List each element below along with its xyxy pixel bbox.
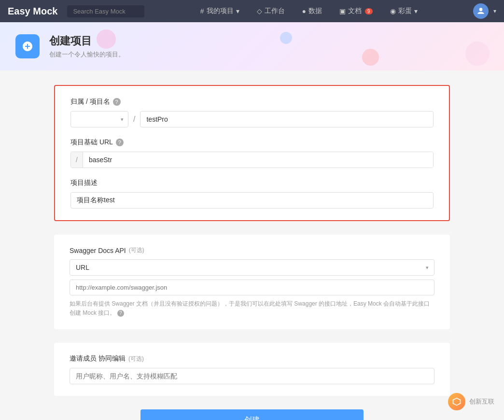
base-url-group: 项目基础 URL ? /	[70, 138, 434, 168]
nav-label: 数据	[308, 7, 322, 15]
navbar: Easy Mock # 我的项目 ▾ ◇ 工作台 ● 数据 ▣ 文档 9 ◉ 彩…	[0, 0, 504, 22]
sidebar-item-my-projects[interactable]: # 我的项目 ▾	[192, 0, 248, 22]
deco-circle-2	[280, 32, 292, 44]
page-subtitle: 创建一个令人愉快的项目。	[49, 50, 125, 59]
description-group: 项目描述	[70, 179, 434, 209]
sidebar-item-easter-egg[interactable]: ◉ 彩蛋 ▾	[381, 0, 426, 22]
deco-circle-4	[465, 42, 490, 66]
svg-point-0	[479, 8, 483, 11]
navbar-right: ▾	[473, 3, 496, 19]
avatar-dropdown-caret[interactable]: ▾	[493, 8, 496, 14]
base-url-input-wrapper: /	[70, 152, 434, 168]
egg-icon: ◉	[390, 7, 396, 15]
description-label: 项目描述	[70, 179, 434, 187]
path-divider: /	[133, 115, 135, 124]
description-input[interactable]	[70, 192, 434, 209]
watermark-text: 创新互联	[469, 397, 494, 406]
project-name-row: ▾ /	[70, 111, 434, 127]
avatar[interactable]	[473, 3, 489, 19]
swagger-type-select-wrapper: URL ▾	[70, 259, 434, 276]
diamond-icon: ◇	[257, 7, 262, 15]
invite-section: 邀请成员 协同编辑 (可选)	[54, 343, 450, 396]
chevron-down-icon: ▾	[414, 7, 418, 15]
help-icon-project[interactable]: ?	[113, 98, 121, 106]
sidebar-item-workbench[interactable]: ◇ 工作台	[248, 0, 294, 22]
deco-circle-3	[362, 49, 379, 66]
nav-label: 工作台	[265, 7, 285, 15]
docs-icon: ▣	[339, 7, 346, 15]
sidebar-item-docs[interactable]: ▣ 文档 9	[331, 0, 381, 22]
hash-icon: #	[200, 7, 204, 15]
swagger-help-icon[interactable]: ?	[117, 310, 124, 317]
project-name-label: 归属 / 项目名 ?	[70, 98, 434, 106]
page-title: 创建项目	[49, 34, 125, 48]
nav-menu: # 我的项目 ▾ ◇ 工作台 ● 数据 ▣ 文档 9 ◉ 彩蛋 ▾	[144, 0, 473, 22]
owner-select-wrapper: ▾	[70, 111, 128, 127]
page-header: 创建项目 创建一个令人愉快的项目。	[0, 22, 504, 70]
brand-logo[interactable]: Easy Mock	[8, 6, 57, 17]
circle-icon: ●	[302, 7, 306, 15]
swagger-help-text: 如果后台有提供 Swagger 文档（并且没有验证授权的问题），于是我们可以在此…	[70, 299, 434, 318]
swagger-type-select[interactable]: URL	[70, 259, 434, 276]
url-prefix-slash: /	[71, 152, 83, 168]
swagger-url-input[interactable]	[70, 280, 434, 295]
swagger-label: Swagger Docs API (可选)	[70, 246, 434, 254]
watermark: 创新互联	[448, 393, 494, 410]
swagger-section: Swagger Docs API (可选) URL ▾ 如果后台有提供 Swag…	[54, 235, 450, 329]
create-button[interactable]: 创建	[140, 409, 364, 420]
invite-input[interactable]	[70, 368, 434, 384]
docs-badge: 9	[365, 8, 373, 14]
main-content: 归属 / 项目名 ? ▾ / 项目基础 URL ? /	[35, 70, 469, 420]
chevron-down-icon: ▾	[236, 7, 239, 15]
help-icon-url[interactable]: ?	[116, 139, 124, 146]
invite-label: 邀请成员 协同编辑 (可选)	[70, 354, 434, 363]
watermark-icon	[448, 393, 465, 410]
search-input[interactable]	[67, 5, 144, 17]
required-form-section: 归属 / 项目名 ? ▾ / 项目基础 URL ? /	[54, 85, 450, 221]
sidebar-item-data[interactable]: ● 数据	[294, 0, 331, 22]
project-name-group: 归属 / 项目名 ? ▾ /	[70, 98, 434, 127]
owner-select[interactable]	[70, 111, 128, 127]
page-header-text: 创建项目 创建一个令人愉快的项目。	[49, 34, 125, 59]
page-header-icon	[15, 34, 40, 58]
nav-label: 文档	[348, 7, 362, 15]
project-name-input[interactable]	[140, 111, 434, 127]
nav-label: 我的项目	[207, 7, 234, 15]
base-url-label: 项目基础 URL ?	[70, 138, 434, 147]
base-url-input[interactable]	[83, 152, 433, 168]
nav-label: 彩蛋	[398, 7, 412, 15]
